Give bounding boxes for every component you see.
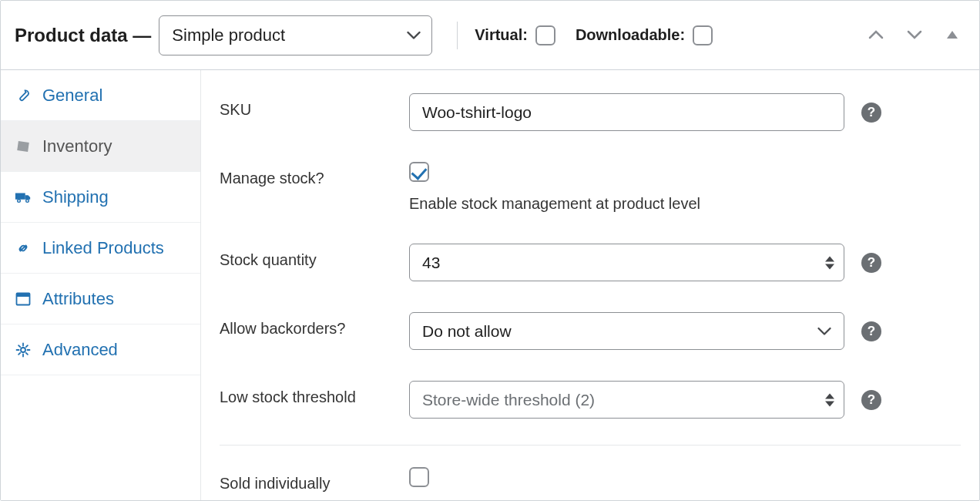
tab-advanced[interactable]: Advanced (1, 324, 200, 375)
panel-title: Product data — (15, 25, 151, 46)
sku-value: Woo-tshirt-logo (422, 103, 532, 122)
virtual-toggle-group: Virtual: (475, 25, 555, 45)
downloadable-toggle-group: Downloadable: (576, 25, 713, 45)
panel-header: Product data — Simple product Virtual: D… (1, 1, 979, 70)
tab-label: Advanced (42, 340, 118, 360)
svg-point-2 (18, 199, 21, 202)
chevron-down-icon (407, 31, 421, 40)
move-down-button[interactable] (904, 23, 925, 47)
svg-rect-1 (15, 193, 25, 199)
stepper-down-icon[interactable] (825, 264, 834, 269)
help-icon[interactable]: ? (861, 253, 881, 273)
truck-icon (15, 190, 32, 204)
product-type-select[interactable]: Simple product (159, 15, 432, 55)
link-icon (15, 240, 32, 256)
svg-point-3 (26, 199, 29, 202)
help-icon[interactable]: ? (861, 103, 881, 123)
low-stock-label: Low stock threshold (220, 381, 409, 406)
help-icon[interactable]: ? (861, 321, 881, 341)
sold-individually-checkbox[interactable] (409, 467, 429, 487)
backorders-value: Do not allow (422, 322, 512, 341)
manage-stock-label: Manage stock? (220, 162, 409, 187)
number-stepper[interactable] (825, 393, 836, 406)
chevron-down-icon (907, 29, 922, 40)
panel-body: General Inventory Shipping Linked Produc… (1, 70, 979, 500)
stepper-up-icon[interactable] (825, 393, 834, 398)
field-row-sold-individually: Sold individually Enable this to only al… (220, 446, 961, 500)
tab-label: General (42, 86, 102, 106)
field-row-stock-quantity: Stock quantity 43 ? (220, 228, 961, 297)
stock-quantity-label: Stock quantity (220, 244, 409, 269)
low-stock-input[interactable]: Store-wide threshold (2) (409, 381, 844, 419)
gear-icon (15, 342, 32, 358)
product-data-panel: Product data — Simple product Virtual: D… (0, 0, 980, 501)
svg-point-6 (21, 348, 25, 352)
stepper-up-icon[interactable] (825, 256, 834, 261)
tabs-sidebar: General Inventory Shipping Linked Produc… (1, 70, 201, 500)
backorders-select[interactable]: Do not allow (409, 312, 844, 350)
virtual-checkbox[interactable] (535, 25, 555, 45)
field-row-sku: SKU Woo-tshirt-logo ? (220, 78, 961, 146)
sold-individually-label: Sold individually (220, 467, 409, 493)
chevron-down-icon (817, 327, 831, 336)
tab-label: Attributes (42, 289, 114, 309)
tab-content-inventory: SKU Woo-tshirt-logo ? Manage stock? Enab… (201, 70, 979, 500)
backorders-label: Allow backorders? (220, 312, 409, 338)
downloadable-checkbox[interactable] (693, 25, 713, 45)
stock-quantity-value: 43 (422, 254, 440, 272)
tab-linked-products[interactable]: Linked Products (1, 223, 200, 274)
collapse-panel-button[interactable] (942, 23, 962, 47)
field-row-backorders: Allow backorders? Do not allow ? (220, 297, 961, 365)
stock-quantity-input[interactable]: 43 (409, 244, 844, 281)
box-icon (15, 139, 32, 154)
sku-label: SKU (220, 93, 409, 119)
number-stepper[interactable] (825, 256, 836, 269)
tab-label: Inventory (42, 136, 112, 156)
manage-stock-help: Enable stock management at product level (409, 195, 844, 213)
tab-general[interactable]: General (1, 70, 200, 121)
field-row-manage-stock: Manage stock? Enable stock management at… (220, 146, 961, 228)
low-stock-placeholder: Store-wide threshold (2) (422, 391, 595, 409)
panel-header-controls (865, 1, 962, 69)
field-row-low-stock: Low stock threshold Store-wide threshold… (220, 365, 961, 446)
tab-label: Linked Products (42, 238, 164, 258)
stepper-down-icon[interactable] (825, 401, 834, 406)
header-divider (457, 22, 458, 49)
window-icon (15, 292, 32, 306)
sku-input[interactable]: Woo-tshirt-logo (409, 93, 844, 131)
virtual-label: Virtual: (475, 26, 528, 44)
move-up-button[interactable] (865, 23, 887, 47)
tab-inventory[interactable]: Inventory (1, 121, 200, 172)
triangle-up-icon (945, 29, 959, 40)
downloadable-label: Downloadable: (576, 26, 685, 44)
manage-stock-checkbox[interactable] (409, 162, 429, 182)
product-type-value: Simple product (172, 25, 285, 45)
svg-rect-0 (17, 141, 29, 152)
tab-shipping[interactable]: Shipping (1, 172, 200, 223)
chevron-up-icon (868, 29, 884, 40)
wrench-icon (15, 88, 32, 103)
tab-attributes[interactable]: Attributes (1, 274, 200, 324)
help-icon[interactable]: ? (861, 390, 881, 410)
svg-rect-5 (17, 293, 30, 297)
tab-label: Shipping (42, 187, 109, 207)
